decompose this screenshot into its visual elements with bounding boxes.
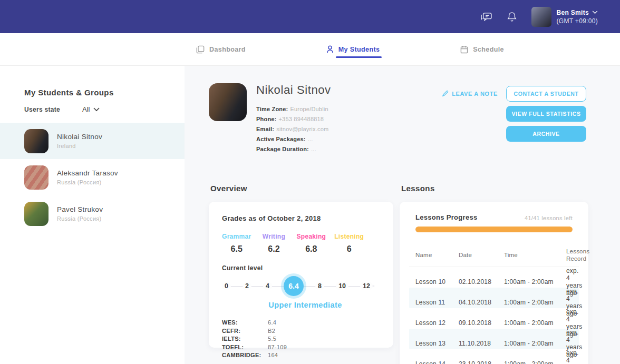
- student-list-item-aleksandr[interactable]: Aleksandr Tarasov Russia (Россия): [0, 159, 185, 195]
- student-name: Nikolai Sitnov: [57, 133, 102, 141]
- tab-label: Dashboard: [209, 46, 246, 53]
- lesson-time: 1:00am - 2:00am: [504, 299, 566, 306]
- student-list-item-nikolai[interactable]: Nikolai Sitnov Ireland: [0, 123, 185, 159]
- profile-avatar: [209, 83, 247, 121]
- calendar-icon: [460, 45, 468, 54]
- field-value: sitnov@playrix.com: [276, 126, 328, 132]
- lessons-progress-bar: [415, 227, 573, 232]
- score-value: B2: [268, 327, 275, 336]
- student-name: Aleksandr Tarasov: [57, 169, 118, 177]
- lessons-progress-title: Lessons Progress: [415, 213, 478, 221]
- lessons-table-header: Name Date Time Lessons Record: [409, 243, 579, 267]
- user-avatar: [531, 7, 551, 27]
- grade-writing: Writing 6.2: [259, 233, 288, 254]
- lesson-row[interactable]: Lesson 12 09.10.2018 1:00am - 2:00am exp…: [409, 308, 579, 329]
- lesson-row[interactable]: Lesson 10 02.10.2018 1:00am - 2:00am exp…: [409, 267, 579, 288]
- lesson-date: 11.10.2018: [459, 340, 504, 347]
- level-name: Upper Intermediate: [222, 301, 373, 309]
- chevron-down-icon: [592, 11, 598, 14]
- score-label: CEFR:: [222, 327, 268, 336]
- field-value: ...: [308, 136, 313, 142]
- lesson-date: 09.10.2018: [459, 319, 504, 327]
- grade-label: Writing: [259, 233, 288, 240]
- lessons-card: Lessons Progress 41/41 lessons left Name…: [400, 202, 588, 364]
- grade-label: Grammar: [222, 233, 251, 240]
- lessons-left-note: 41/41 lessons left: [525, 215, 573, 221]
- student-country: Ireland: [57, 143, 102, 149]
- archive-button[interactable]: ARCHIVE: [506, 126, 586, 142]
- lesson-time: 1:00am - 2:00am: [504, 319, 566, 327]
- grade-speaking: Speaking 6.8: [296, 233, 326, 254]
- lesson-row[interactable]: Lesson 14 23.10.2018 1:00am - 2:00am exp…: [409, 349, 579, 364]
- lessons-section-title: Lessons: [400, 184, 588, 193]
- main-nav: Dashboard My Students Schedule: [0, 33, 620, 66]
- students-sidebar: My Students & Groups Users state All Nik…: [0, 66, 185, 364]
- lesson-name: Lesson 12: [415, 319, 459, 327]
- field-value: +353 894488818: [278, 116, 324, 122]
- grade-value: 6.5: [222, 244, 251, 254]
- leave-a-note-link[interactable]: LEAVE A NOTE: [442, 90, 498, 97]
- grade-label: Listening: [334, 233, 364, 240]
- student-avatar: [24, 129, 49, 153]
- tab-schedule[interactable]: Schedule: [460, 33, 504, 65]
- tab-label: Schedule: [473, 46, 504, 53]
- lesson-time: 1:00am - 2:00am: [504, 340, 566, 347]
- student-list-item-pavel[interactable]: Pavel Strukov Russia (Россия): [0, 195, 185, 232]
- scale-tick: 8: [315, 282, 324, 290]
- score-value: 87-109: [268, 343, 287, 352]
- grade-listening: Listening 6: [334, 233, 364, 254]
- tab-label: My Students: [338, 46, 380, 53]
- lessons-table: Name Date Time Lessons Record Lesson 10 …: [409, 243, 579, 364]
- field-label: Package Duration:: [256, 146, 309, 152]
- tab-my-students[interactable]: My Students: [326, 33, 380, 65]
- score-label: WES:: [222, 319, 268, 327]
- score-label: IELTS:: [222, 335, 268, 343]
- bell-icon[interactable]: [507, 12, 517, 22]
- field-label: Time Zone:: [256, 106, 288, 112]
- active-tab-underline: [336, 56, 382, 58]
- current-level-label: Current level: [222, 264, 380, 272]
- scale-tick: 4: [263, 282, 272, 290]
- lesson-date: 04.10.2018: [459, 299, 504, 306]
- overview-section-title: Overview: [209, 184, 393, 193]
- score-value: 5.5: [268, 335, 276, 343]
- grade-grammar: Grammar 6.5: [222, 233, 251, 254]
- student-avatar: [24, 165, 49, 190]
- users-state-value: All: [82, 105, 90, 113]
- scale-tick: 0: [222, 282, 231, 290]
- field-value: Europe/Dublin: [290, 106, 328, 112]
- field-label: Email:: [256, 126, 274, 132]
- pencil-icon: [442, 90, 449, 97]
- tab-dashboard[interactable]: Dashboard: [196, 33, 246, 65]
- lesson-record: exp. 4 years ago: [566, 349, 582, 364]
- col-name: Name: [415, 252, 459, 258]
- lesson-row[interactable]: Lesson 13 11.10.2018 1:00am - 2:00am exp…: [409, 329, 579, 349]
- lesson-name: Lesson 14: [415, 360, 459, 364]
- score-value: 6.4: [268, 319, 276, 327]
- grade-value: 6.2: [259, 244, 288, 254]
- user-timezone: (GMT +09:00): [557, 17, 598, 25]
- student-country: Russia (Россия): [57, 215, 103, 222]
- lesson-time: 1:00am - 2:00am: [504, 360, 566, 364]
- student-name: Pavel Strukov: [57, 205, 103, 213]
- view-full-statistics-button[interactable]: VIEW FULL STATISTICS: [506, 106, 586, 122]
- user-menu[interactable]: Ben Smits (GMT +09:00): [531, 7, 598, 27]
- score-value: 164: [268, 351, 278, 360]
- lesson-name: Lesson 13: [415, 340, 459, 347]
- lesson-date: 02.10.2018: [459, 278, 504, 286]
- field-label: Phone:: [256, 116, 276, 122]
- lesson-name: Lesson 11: [415, 299, 459, 306]
- scale-tick: 2: [243, 282, 251, 290]
- users-state-dropdown[interactable]: All: [82, 105, 100, 113]
- col-time: Time: [504, 252, 566, 258]
- user-name: Ben Smits: [557, 8, 589, 17]
- student-avatar: [24, 202, 49, 226]
- chat-icon[interactable]: [481, 12, 492, 22]
- top-header: Ben Smits (GMT +09:00): [0, 0, 620, 33]
- current-level-marker[interactable]: 6.4: [284, 276, 304, 296]
- lesson-row[interactable]: Lesson 11 04.10.2018 1:00am - 2:00am exp…: [409, 288, 579, 308]
- leave-a-note-label: LEAVE A NOTE: [452, 91, 498, 97]
- contact-a-student-button[interactable]: CONTACT A STUDENT: [506, 86, 586, 102]
- grades-title: Grades as of October 2, 2018: [222, 214, 380, 222]
- grade-value: 6: [334, 244, 364, 254]
